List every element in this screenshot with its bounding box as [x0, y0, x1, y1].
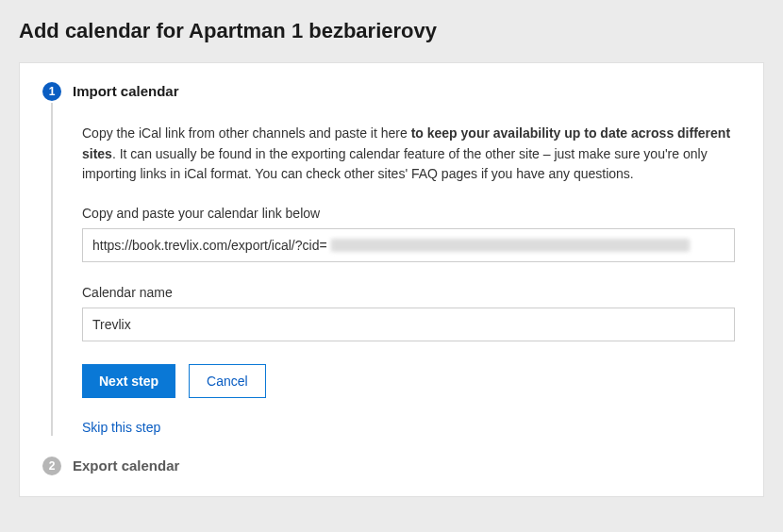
step-badge-1: 1 — [42, 82, 61, 101]
instruction-post: . It can usually be found in the exporti… — [82, 146, 708, 182]
calendar-link-field-group: Copy and paste your calendar link below … — [82, 206, 735, 262]
calendar-link-obscured-part — [331, 239, 690, 252]
calendar-name-label: Calendar name — [82, 285, 735, 300]
step-title-import: Import calendar — [73, 82, 735, 101]
instruction-pre: Copy the iCal link from other channels a… — [82, 125, 411, 141]
steps-container: 1 Import calendar Copy the iCal link fro… — [42, 82, 735, 475]
page-title: Add calendar for Apartman 1 bezbarierovy — [19, 19, 764, 43]
cancel-button[interactable]: Cancel — [189, 364, 266, 398]
step-connector-line — [51, 103, 53, 436]
calendar-name-input[interactable] — [82, 308, 735, 341]
calendar-link-input[interactable]: https://book.trevlix.com/export/ical/?ci… — [82, 228, 735, 262]
button-row: Next step Cancel — [82, 364, 735, 398]
calendar-link-label: Copy and paste your calendar link below — [82, 206, 735, 221]
step-import-body: Copy the iCal link from other channels a… — [82, 124, 735, 436]
skip-step-link[interactable]: Skip this step — [82, 420, 160, 435]
page-container: Add calendar for Apartman 1 bezbarierovy… — [0, 0, 783, 497]
step-export: 2 Export calendar — [42, 457, 735, 475]
step-number-1: 1 — [49, 85, 56, 98]
calendar-link-visible-value: https://book.trevlix.com/export/ical/?ci… — [92, 238, 327, 253]
wizard-card: 1 Import calendar Copy the iCal link fro… — [19, 62, 764, 497]
step-number-2: 2 — [49, 459, 56, 473]
step-badge-2: 2 — [42, 457, 61, 475]
step-import: 1 Import calendar Copy the iCal link fro… — [42, 82, 735, 436]
step-title-export: Export calendar — [73, 457, 735, 475]
next-step-button[interactable]: Next step — [82, 364, 175, 398]
calendar-name-field-group: Calendar name — [82, 285, 735, 341]
import-instruction: Copy the iCal link from other channels a… — [82, 124, 735, 185]
